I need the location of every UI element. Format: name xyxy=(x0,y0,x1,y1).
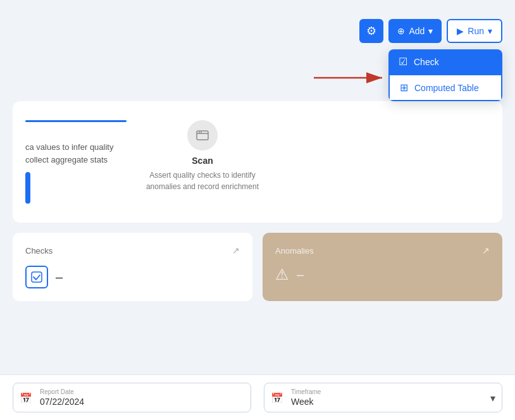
checks-card-body: – xyxy=(25,266,240,288)
checks-arrow-icon[interactable]: ↗ xyxy=(232,245,240,256)
check-box-icon xyxy=(25,266,48,288)
anomalies-card: Anomalies ↗ ⚠ – xyxy=(263,233,502,301)
anomalies-card-title: Anomalies xyxy=(275,246,314,256)
anomalies-card-header: Anomalies ↗ xyxy=(275,245,490,256)
svg-point-3 xyxy=(199,132,200,133)
timeframe-value: Week xyxy=(291,397,493,407)
anomalies-value: – xyxy=(297,268,304,282)
left-panel: ca values to infer quality collect aggre… xyxy=(25,120,127,204)
main-content: ca values to infer quality collect aggre… xyxy=(0,101,515,420)
toolbar: ⚙ ⊕ Add ▾ ▶ Run ▾ xyxy=(359,19,502,43)
blue-accent-block xyxy=(25,172,30,204)
scan-description: Assert quality checks to identify anomal… xyxy=(146,170,259,192)
warning-triangle-icon: ⚠ xyxy=(275,266,289,283)
checks-value: – xyxy=(56,270,63,285)
check-menu-icon: ☑ xyxy=(399,56,407,68)
arrow-pointer xyxy=(314,68,390,90)
svg-rect-2 xyxy=(197,131,208,140)
report-date-calendar-icon: 📅 xyxy=(20,392,32,404)
scan-title: Scan xyxy=(192,156,213,166)
computed-table-label: Computed Table xyxy=(414,83,479,93)
run-button[interactable]: ▶ Run ▾ xyxy=(447,19,502,43)
run-chevron-icon: ▾ xyxy=(488,26,492,36)
card-section: ca values to infer quality collect aggre… xyxy=(13,101,502,223)
add-button[interactable]: ⊕ Add ▾ xyxy=(388,19,442,43)
checks-card-title: Checks xyxy=(25,246,53,256)
anomalies-card-body: ⚠ – xyxy=(275,266,490,283)
settings-button[interactable]: ⚙ xyxy=(359,19,383,43)
checks-card: Checks ↗ – xyxy=(13,233,252,301)
check-menu-label: Check xyxy=(414,57,439,67)
timeframe-calendar-icon: 📅 xyxy=(271,392,283,404)
add-dropdown-menu: ☑ Check ⊞ Computed Table xyxy=(388,49,502,101)
blue-line-divider xyxy=(25,120,127,122)
svg-point-4 xyxy=(201,132,202,133)
anomalies-arrow-icon[interactable]: ↗ xyxy=(482,245,490,256)
report-date-label: Report Date xyxy=(40,388,242,395)
add-label: Add xyxy=(409,26,425,36)
computed-table-icon: ⊞ xyxy=(400,82,408,94)
scan-icon xyxy=(187,120,218,151)
timeframe-field[interactable]: 📅 Timeframe Week ▾ xyxy=(264,383,502,412)
plus-icon: ⊕ xyxy=(397,26,405,36)
filter-bar: 📅 Report Date 07/22/2024 📅 Timeframe Wee… xyxy=(0,374,515,420)
report-date-value: 07/22/2024 xyxy=(40,397,242,407)
timeframe-dropdown-icon: ▾ xyxy=(490,392,495,404)
timeframe-label: Timeframe xyxy=(291,388,493,395)
report-date-field[interactable]: 📅 Report Date 07/22/2024 xyxy=(13,383,251,412)
check-menu-item[interactable]: ☑ Check xyxy=(388,49,502,74)
left-text-quality: ca values to infer quality collect aggre… xyxy=(25,141,113,166)
checks-card-header: Checks ↗ xyxy=(25,245,240,256)
computed-table-menu-item[interactable]: ⊞ Computed Table xyxy=(388,74,502,101)
play-icon: ▶ xyxy=(457,26,464,36)
stats-section: Checks ↗ – Anomalies ↗ ⚠ – xyxy=(13,233,502,301)
scan-section: Scan Assert quality checks to identify a… xyxy=(146,120,259,192)
run-label: Run xyxy=(468,26,484,36)
add-chevron-icon: ▾ xyxy=(428,26,433,36)
